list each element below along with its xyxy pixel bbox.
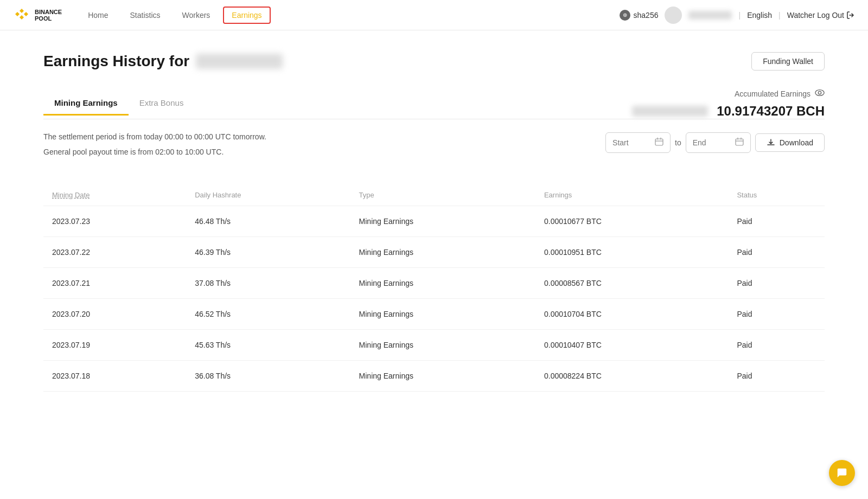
date-filter: to Download — [605, 132, 825, 153]
table-row: 2023.07.22 46.39 Th/s Mining Earnings 0.… — [43, 237, 825, 268]
cell-type: Mining Earnings — [350, 237, 535, 268]
language-selector[interactable]: English — [747, 11, 772, 20]
svg-rect-6 — [655, 139, 663, 145]
cell-date: 2023.07.23 — [43, 206, 186, 237]
cell-date: 2023.07.21 — [43, 268, 186, 299]
tabs-row: Mining Earnings Extra Bonus Accumulated … — [43, 88, 825, 119]
col-type: Type — [350, 184, 535, 206]
funding-wallet-button[interactable]: Funding Wallet — [751, 52, 825, 71]
cell-earnings: 0.00010951 BTC — [535, 237, 728, 268]
table-row: 2023.07.19 45.63 Th/s Mining Earnings 0.… — [43, 330, 825, 361]
cell-earnings: 0.00008224 BTC — [535, 361, 728, 392]
svg-marker-1 — [15, 12, 20, 16]
end-calendar-icon — [735, 137, 744, 148]
page-title: Earnings History for — [43, 53, 283, 70]
logout-icon — [846, 11, 855, 20]
table-row: 2023.07.20 46.52 Th/s Mining Earnings 0.… — [43, 299, 825, 330]
download-button[interactable]: Download — [755, 133, 825, 152]
cell-date: 2023.07.20 — [43, 299, 186, 330]
cell-hashrate: 37.08 Th/s — [186, 268, 350, 299]
binance-pool-logo[interactable]: BINANCE POOL — [13, 7, 62, 24]
accumulated-earnings-amount: 10.91743207 BCH — [717, 104, 825, 119]
cell-earnings: 0.00010704 BTC — [535, 299, 728, 330]
cell-status: Paid — [728, 268, 825, 299]
lang-divider: | — [738, 11, 741, 20]
header-right: ⊕ sha256 | English | Watcher Log Out — [620, 7, 855, 24]
col-earnings: Earnings — [535, 184, 728, 206]
watcher-logout-button[interactable]: Watcher Log Out — [787, 11, 855, 20]
main-content: Earnings History for Funding Wallet Mini… — [0, 30, 868, 413]
cell-status: Paid — [728, 361, 825, 392]
info-section: The settlement period is from today 00:0… — [43, 132, 266, 163]
main-nav: Home Statistics Workers Earnings — [79, 7, 619, 24]
svg-point-5 — [818, 91, 821, 94]
start-calendar-icon — [655, 137, 663, 148]
username-title-blurred — [196, 54, 283, 69]
cell-status: Paid — [728, 330, 825, 361]
cell-date: 2023.07.18 — [43, 361, 186, 392]
svg-point-4 — [815, 90, 824, 96]
cell-earnings: 0.00008567 BTC — [535, 268, 728, 299]
cell-date: 2023.07.22 — [43, 237, 186, 268]
nav-earnings[interactable]: Earnings — [223, 7, 270, 24]
hash-icon: ⊕ — [620, 10, 630, 21]
cell-type: Mining Earnings — [350, 361, 535, 392]
cell-hashrate: 45.63 Th/s — [186, 330, 350, 361]
cell-type: Mining Earnings — [350, 330, 535, 361]
cell-status: Paid — [728, 237, 825, 268]
start-date-field[interactable] — [612, 138, 650, 147]
logo-text: BINANCE POOL — [35, 9, 62, 22]
col-mining-date: Mining Date — [43, 184, 186, 206]
earnings-tabs: Mining Earnings Extra Bonus — [43, 92, 194, 115]
cell-hashrate: 46.52 Th/s — [186, 299, 350, 330]
cell-hashrate: 46.39 Th/s — [186, 237, 350, 268]
cell-type: Mining Earnings — [350, 268, 535, 299]
username-blurred — [688, 11, 732, 20]
cell-earnings: 0.00010407 BTC — [535, 330, 728, 361]
col-status: Status — [728, 184, 825, 206]
table-row: 2023.07.18 36.08 Th/s Mining Earnings 0.… — [43, 361, 825, 392]
lang-divider-2: | — [778, 11, 781, 20]
date-range-separator: to — [675, 138, 681, 147]
svg-marker-3 — [20, 15, 24, 20]
cell-type: Mining Earnings — [350, 299, 535, 330]
binance-logo-icon — [13, 7, 30, 24]
accumulated-earnings-section: Accumulated Earnings 10.91743207 BCH — [632, 88, 825, 119]
tab-mining-earnings[interactable]: Mining Earnings — [43, 92, 129, 116]
end-date-field[interactable] — [693, 138, 731, 147]
cell-status: Paid — [728, 206, 825, 237]
cell-date: 2023.07.19 — [43, 330, 186, 361]
end-date-input[interactable] — [686, 132, 751, 153]
cell-hashrate: 36.08 Th/s — [186, 361, 350, 392]
earnings-table: Mining Date Daily Hashrate Type Earnings… — [43, 184, 825, 392]
nav-workers[interactable]: Workers — [174, 7, 219, 24]
svg-marker-2 — [24, 12, 28, 16]
cell-status: Paid — [728, 299, 825, 330]
start-date-input[interactable] — [605, 132, 671, 153]
settlement-info: The settlement period is from today 00:0… — [43, 132, 266, 141]
toggle-visibility-icon[interactable] — [815, 88, 825, 99]
nav-statistics[interactable]: Statistics — [121, 7, 169, 24]
download-icon — [767, 138, 775, 147]
col-daily-hashrate: Daily Hashrate — [186, 184, 350, 206]
hash-algorithm: ⊕ sha256 — [620, 10, 659, 21]
cell-hashrate: 46.48 Th/s — [186, 206, 350, 237]
nav-home[interactable]: Home — [79, 7, 117, 24]
table-row: 2023.07.21 37.08 Th/s Mining Earnings 0.… — [43, 268, 825, 299]
cell-type: Mining Earnings — [350, 206, 535, 237]
cell-earnings: 0.00010677 BTC — [535, 206, 728, 237]
svg-rect-7 — [736, 139, 743, 145]
accumulated-earnings-blurred — [632, 106, 708, 117]
tab-extra-bonus[interactable]: Extra Bonus — [129, 92, 195, 116]
table-row: 2023.07.23 46.48 Th/s Mining Earnings 0.… — [43, 206, 825, 237]
svg-marker-0 — [20, 9, 24, 13]
payout-info: General pool payout time is from 02:00 t… — [43, 148, 266, 156]
page-title-row: Earnings History for Funding Wallet — [43, 52, 825, 71]
user-avatar — [665, 7, 682, 24]
